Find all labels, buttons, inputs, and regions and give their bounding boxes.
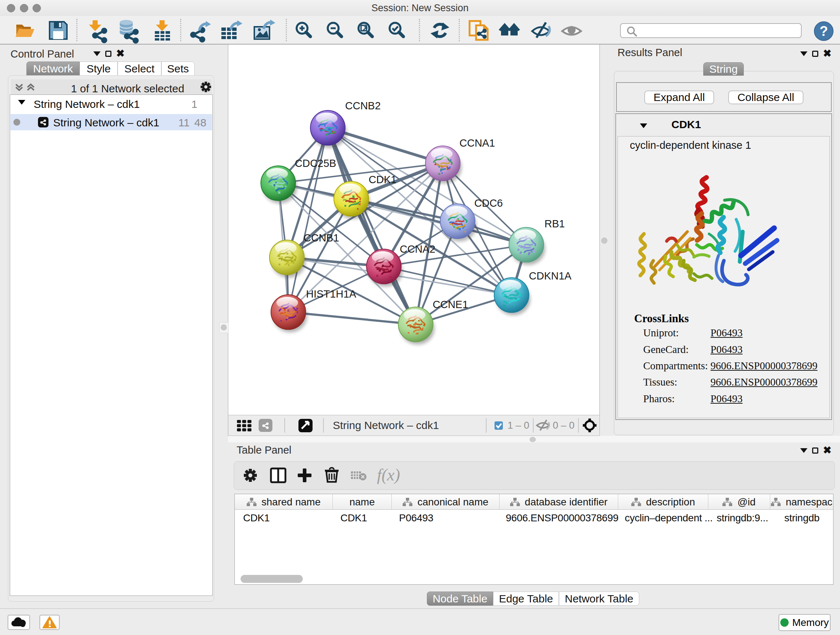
svg-text:CDK1: CDK1 [369,174,396,185]
svg-text:CCNE1: CCNE1 [433,299,468,310]
svg-text:HIST1H1A: HIST1H1A [306,288,356,300]
svg-text:String Network – cdk1: String Network – cdk1 [333,419,439,431]
svg-text:CDC6: CDC6 [474,197,503,209]
svg-text:?: ? [819,24,828,39]
svg-text:CDKN1A: CDKN1A [529,270,572,282]
svg-text:0 – 0: 0 – 0 [553,420,575,431]
svg-text:CDC25B: CDC25B [295,157,336,169]
svg-text:f(x): f(x) [377,466,400,484]
svg-text:RB1: RB1 [545,218,565,230]
svg-text:CCNB2: CCNB2 [345,100,381,111]
svg-text:CCNA1: CCNA1 [459,137,495,149]
svg-text:CCNB1: CCNB1 [303,232,339,244]
svg-text:1 – 0: 1 – 0 [508,420,529,431]
svg-text:CCNA2: CCNA2 [400,243,435,255]
